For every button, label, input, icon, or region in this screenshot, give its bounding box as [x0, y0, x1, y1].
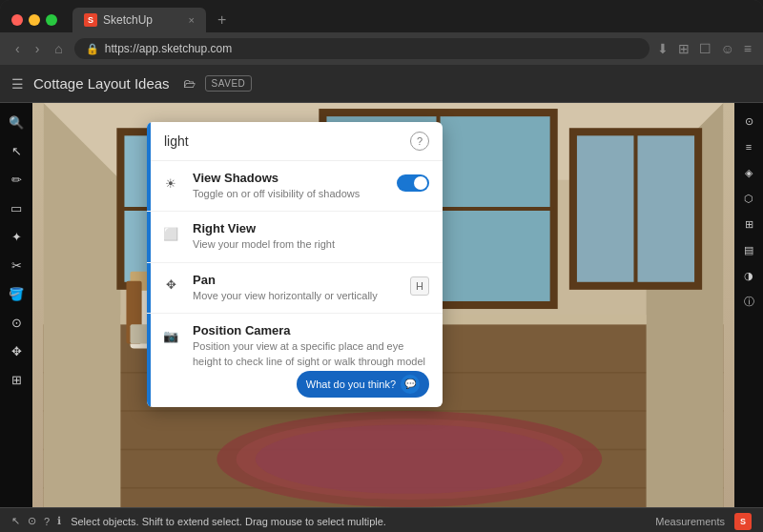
main-content: 🔍 ↖ ✏ ▭ ✦ ✂ 🪣 ⊙ ✥ ⊞ [0, 103, 763, 507]
push-pull-tool-button[interactable]: ✦ [5, 225, 28, 248]
nav-bar: ‹ › ⌂ 🔒 https://app.sketchup.com ⬇ ⊞ ☐ ☺… [0, 32, 763, 65]
tab-bar: S SketchUp × + [0, 0, 763, 32]
search-header: ? [147, 122, 443, 161]
result-desc: Toggle on or off visibility of shadows [193, 187, 385, 201]
sketchup-logo-icon: S [734, 513, 752, 530]
feedback-button[interactable]: What do you think? 💬 [297, 371, 429, 398]
orbit-tool-button[interactable]: ⊙ [5, 311, 28, 334]
pan-shortcut: H [410, 276, 429, 296]
result-content: Pan Move your view horizontally or verti… [193, 273, 399, 303]
rectangle-tool-button[interactable]: ▭ [5, 196, 28, 219]
status-info-icon[interactable]: ℹ [57, 515, 61, 527]
right-view-icon: ⬜ [160, 223, 181, 244]
maximize-window-button[interactable] [46, 14, 57, 26]
menu-icon[interactable]: ≡ [744, 41, 752, 56]
minimize-window-button[interactable] [29, 14, 40, 26]
app-area: ☰ Cottage Layout Ideas 🗁 SAVED 🔍 ↖ ✏ ▭ ✦… [0, 65, 763, 532]
orbit-right-button[interactable]: ⊙ [738, 111, 759, 132]
tab-label: SketchUp [103, 13, 153, 27]
select-tool-button[interactable]: ↖ [5, 139, 28, 162]
zoom-extents-button[interactable]: ⊞ [5, 368, 28, 391]
lock-icon: 🔒 [86, 43, 99, 55]
right-toolbar: ⊙ ≡ ◈ ⬡ ⊞ ▤ ◑ ⓘ [734, 103, 763, 507]
result-title: Position Camera [193, 323, 429, 338]
browser-tab[interactable]: S SketchUp × [72, 8, 206, 32]
pan-tool-button[interactable]: ✥ [5, 339, 28, 362]
status-help-icon[interactable]: ? [44, 516, 50, 527]
page-title: Cottage Layout Ideas [33, 75, 170, 92]
scenes-button[interactable]: ▤ [738, 239, 759, 260]
home-button[interactable]: ⌂ [51, 39, 66, 58]
feedback-icon: 💬 [401, 375, 420, 394]
profile-icon[interactable]: ☺ [721, 41, 734, 56]
result-view-shadows[interactable]: ☀ View Shadows Toggle on or off visibili… [147, 161, 443, 212]
help-button[interactable]: ? [410, 132, 429, 151]
new-tab-button[interactable]: + [217, 11, 226, 29]
toggle-knob [414, 176, 427, 190]
feedback-label: What do you think? [306, 379, 396, 390]
forward-button[interactable]: › [31, 39, 44, 58]
status-select-icon: ↖ [11, 515, 20, 527]
status-icons: ↖ ⊙ ? ℹ [11, 515, 61, 527]
result-pan[interactable]: ✥ Pan Move your view horizontally or ver… [147, 263, 443, 314]
shadows-toggle[interactable] [397, 174, 429, 192]
entity-info-button[interactable]: ⓘ [738, 291, 759, 312]
zoom-tool-button[interactable]: 🔍 [5, 111, 28, 133]
svg-point-28 [256, 424, 564, 494]
left-toolbar: 🔍 ↖ ✏ ▭ ✦ ✂ 🪣 ⊙ ✥ ⊞ [0, 103, 32, 507]
hamburger-menu-icon[interactable]: ☰ [11, 76, 24, 92]
status-orbit-icon: ⊙ [28, 515, 36, 527]
viewport-background: ? ☀ View Shadows Toggle on or off visibi… [32, 103, 734, 507]
result-title: Right View [193, 221, 429, 235]
search-popup: ? ☀ View Shadows Toggle on or off visibi… [147, 122, 443, 407]
download-icon[interactable]: ⬇ [657, 41, 669, 56]
layers-button[interactable]: ≡ [738, 136, 759, 157]
pencil-tool-button[interactable]: ✏ [5, 168, 28, 191]
components-button[interactable]: ◈ [738, 162, 759, 183]
result-title: Pan [193, 273, 399, 287]
status-text: Select objects. Shift to extend select. … [71, 516, 646, 527]
back-button[interactable]: ‹ [11, 39, 24, 58]
tape-measure-button[interactable]: ✂ [5, 254, 28, 276]
result-right-view[interactable]: ⬜ Right View View your model from the ri… [147, 212, 443, 262]
camera-icon: 📷 [160, 325, 181, 346]
shadows-icon: ☀ [160, 173, 181, 194]
status-bar: ↖ ⊙ ? ℹ Select objects. Shift to extend … [0, 507, 763, 532]
saved-badge: SAVED [205, 75, 253, 92]
nav-actions: ⬇ ⊞ ☐ ☺ ≡ [657, 41, 752, 56]
pan-icon: ✥ [160, 275, 181, 296]
tab-close-button[interactable]: × [189, 14, 195, 26]
search-input[interactable] [164, 133, 402, 149]
address-text: https://app.sketchup.com [105, 42, 232, 55]
result-desc: Move your view horizontally or verticall… [193, 289, 399, 303]
materials-button[interactable]: ⬡ [738, 188, 759, 209]
folder-icon[interactable]: 🗁 [183, 76, 196, 91]
address-bar[interactable]: 🔒 https://app.sketchup.com [74, 38, 650, 59]
measurements-label: Measurements [655, 516, 725, 527]
viewport[interactable]: ? ☀ View Shadows Toggle on or off visibi… [32, 103, 734, 507]
bookmarks-icon[interactable]: ⊞ [678, 41, 690, 56]
result-title: View Shadows [193, 171, 385, 185]
browser-chrome: S SketchUp × + ‹ › ⌂ 🔒 https://app.sketc… [0, 0, 763, 65]
app-header: ☰ Cottage Layout Ideas 🗁 SAVED [0, 65, 763, 103]
sketchup-tab-icon: S [84, 13, 97, 27]
paint-bucket-button[interactable]: 🪣 [5, 282, 28, 305]
styles-button[interactable]: ⊞ [738, 214, 759, 235]
result-content: Position Camera Position your view at a … [193, 323, 429, 369]
traffic-lights [11, 14, 57, 26]
result-desc: View your model from the right [193, 237, 429, 252]
shadows-right-button[interactable]: ◑ [738, 265, 759, 286]
window-icon[interactable]: ☐ [699, 41, 711, 56]
result-desc: Position your view at a specific place a… [193, 339, 429, 369]
result-content: Right View View your model from the righ… [193, 221, 429, 252]
result-content: View Shadows Toggle on or off visibility… [193, 171, 385, 201]
close-window-button[interactable] [11, 14, 23, 26]
